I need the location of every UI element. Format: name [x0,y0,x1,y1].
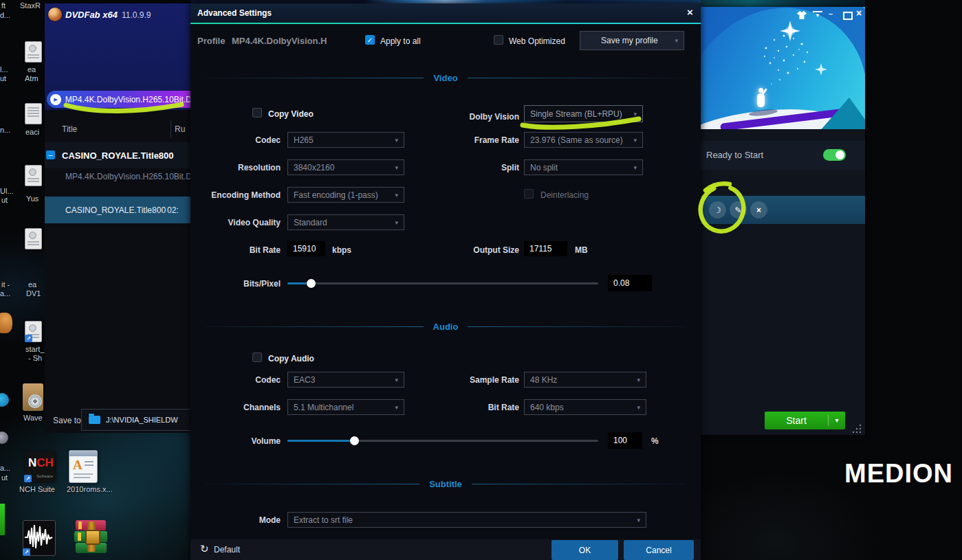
audio-codec-dropdown[interactable]: EAC3▾ [287,372,404,388]
output-size-input[interactable]: 17115 [524,241,567,256]
split-dropdown[interactable]: No split▾ [524,159,643,175]
desktop-label[interactable]: ut [1,473,8,482]
desktop-label[interactable]: ea [28,280,36,289]
task-action-row[interactable]: ☾ ✎ × [701,196,865,224]
split-label: Split [397,163,519,172]
desktop-label[interactable]: 2010roms.x... [67,485,113,493]
video-codec-dropdown[interactable]: H265▾ [287,132,404,148]
copy-video-label: Copy Video [268,109,314,119]
desktop-icon-fragment[interactable] [0,313,12,333]
desktop-doc-icon[interactable]: ↗ [25,321,42,342]
desktop-2010roms-icon[interactable]: A [69,450,98,483]
minimize-icon[interactable]: – [829,10,833,18]
desktop-icon-fragment [0,504,5,535]
codec-label: Codec [190,135,281,145]
remove-button[interactable]: × [750,201,767,219]
default-button[interactable]: Default [214,545,240,555]
profile-selector-button[interactable]: ▸ MP4.4K.DolbyVision.H265.10Bit.D [47,91,190,108]
apply-to-all-checkbox[interactable]: ✓ [365,35,375,45]
dolby-vision-dropdown[interactable]: Single Stream (BL+RPU)▾ [524,105,643,122]
desktop-label[interactable]: ut [1,196,8,204]
group-profile-subtext: MP4.4K.DolbyVision.H265.10Bit.D [65,172,190,181]
resize-grip[interactable] [852,424,862,434]
bits-pixel-slider-thumb[interactable] [307,279,316,288]
copy-video-checkbox[interactable] [252,108,262,117]
bits-pixel-slider-track[interactable] [287,282,598,284]
start-button[interactable]: Start ▾ [765,412,845,429]
group-checkbox[interactable]: – [46,150,55,159]
ok-button[interactable]: OK [551,540,618,560]
desktop-label[interactable]: ut [0,74,6,82]
volume-slider-thumb[interactable] [350,436,359,445]
reset-icon[interactable]: ↺ [200,543,209,555]
save-my-profile-dropdown[interactable]: Save my profile ▾ [580,31,684,50]
deinterlacing-checkbox[interactable] [524,189,534,199]
desktop-label[interactable]: a... [0,464,10,472]
desktop-label[interactable]: ft [1,1,6,10]
check-icon: ✓ [367,36,373,44]
volume-input[interactable]: 100 [608,432,642,449]
desktop-label[interactable]: Atm [25,74,39,82]
copy-audio-checkbox[interactable] [252,352,262,362]
desktop-winrar-icon[interactable] [74,520,107,555]
pencil-icon: ✎ [734,205,741,215]
desktop-label[interactable]: Ul... [0,187,14,195]
desktop-label[interactable]: eaci [25,128,39,136]
desktop-doc-icon[interactable] [25,228,42,249]
table-group-row[interactable]: – CASINO_ROYALE.Title800 [45,142,190,168]
desktop-label[interactable]: - Sh [28,354,42,362]
skin-shirt-icon[interactable] [797,11,807,19]
settings-wrench-button[interactable]: ☾ [709,201,726,219]
encoding-method-label: Encoding Method [190,190,281,200]
save-to-field[interactable]: J:\NVIDIA_SHIELDW [81,409,190,431]
desktop-label[interactable]: start_ [25,345,45,353]
desktop-nch-suite-icon[interactable]: NCH Software ↗ [25,451,55,482]
dolby-vision-value: Single Stream (BL+RPU) [530,109,622,119]
menu-icon[interactable]: ▼ [813,11,822,19]
output-size-unit: MB [575,245,588,255]
desktop-doc-icon[interactable] [25,41,42,63]
desktop-label[interactable]: Wave [23,414,43,422]
maximize-icon[interactable] [843,12,853,20]
desktop-wavepad-icon[interactable]: ↗ [23,520,56,556]
video-bitrate-input[interactable]: 15910 [287,241,325,256]
desktop-label[interactable]: NCH Suite [19,485,55,493]
edit-button[interactable]: ✎ [730,201,747,219]
volume-value: 100 [613,436,627,445]
folder-icon[interactable] [89,416,100,424]
web-optimized-checkbox[interactable] [494,35,503,45]
desktop-doc-icon[interactable] [25,103,42,124]
desktop-label[interactable]: a... [0,289,10,298]
desktop-label[interactable]: l... [0,65,8,74]
encoding-method-dropdown[interactable]: Fast encoding (1-pass)▾ [287,187,404,203]
channels-dropdown[interactable]: 5.1 Multichannel▾ [287,399,404,415]
desktop-winrar-cd-icon[interactable] [23,383,43,411]
copy-audio-label: Copy Audio [268,354,314,363]
resolution-value: 3840x2160 [294,163,334,172]
close-icon[interactable]: × [856,8,862,19]
bits-pixel-input[interactable]: 0.08 [608,275,652,291]
desktop-doc-icon[interactable] [25,165,42,186]
subtitle-mode-dropdown[interactable]: Extract to srt file▾ [287,512,646,528]
dialog-close-icon[interactable]: × [687,6,693,18]
audio-bitrate-dropdown[interactable]: 640 kbps▾ [524,399,646,415]
desktop-label[interactable]: StaxR [20,1,41,10]
desktop-label[interactable]: n... [0,126,10,134]
start-dropdown-chevron[interactable]: ▾ [828,415,845,426]
desktop-label[interactable]: it - [1,280,10,289]
frame-rate-dropdown[interactable]: 23.976 (Same as source)▾ [524,132,643,148]
video-quality-dropdown[interactable]: Standard▾ [287,214,404,230]
desktop-label[interactable]: ea [28,65,36,74]
shortcut-arrow-icon: ↗ [25,335,32,342]
indeterminate-icon: – [49,151,53,159]
sample-rate-dropdown[interactable]: 48 KHz▾ [524,372,646,388]
app-version: 11.0.9.9 [122,10,151,20]
desktop-label[interactable]: d... [0,11,10,19]
desktop-label[interactable]: DV1 [26,289,41,298]
table-row-selected[interactable]: CASINO_ROYALE.Title800 02: [45,197,190,223]
column-header-runtime: Ru [175,124,185,134]
desktop-label[interactable]: Yus [26,194,39,203]
cancel-button[interactable]: Cancel [624,540,694,560]
ready-toggle[interactable] [823,149,846,161]
resolution-dropdown[interactable]: 3840x2160▾ [287,159,404,175]
